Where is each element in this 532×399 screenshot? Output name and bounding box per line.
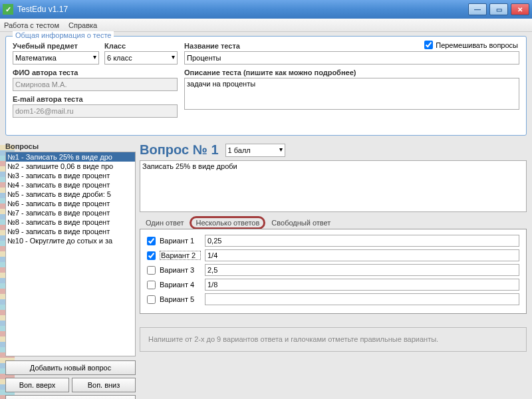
add-question-button[interactable]: Добавить новый вопрос — [5, 360, 136, 375]
test-desc-input[interactable] — [184, 78, 519, 110]
answer-row: Вариант 5 — [147, 293, 519, 305]
content-area: Общая информация о тесте Перемешивать во… — [0, 32, 532, 399]
shuffle-questions-checkbox[interactable]: Перемешивать вопросы — [424, 41, 518, 49]
email-input[interactable] — [13, 104, 178, 118]
answer-text-input[interactable] — [205, 293, 519, 305]
answer-row: Вариант 2 — [147, 249, 519, 261]
window-title: TestEdu v1.17 — [17, 5, 468, 14]
answer-label: Вариант 1 — [160, 237, 201, 245]
shuffle-label: Перемешивать вопросы — [436, 41, 518, 49]
hint-text: Напишите от 2-х до 9 вариантов ответа и … — [140, 327, 527, 352]
answer-text-input[interactable] — [205, 264, 519, 276]
subject-select[interactable] — [13, 51, 99, 65]
subject-label: Учебный предмет — [13, 42, 99, 50]
questions-panel-label: Вопросы — [5, 142, 136, 150]
question-text-input[interactable] — [140, 160, 527, 212]
author-input[interactable] — [13, 78, 178, 91]
question-list-item[interactable]: №10 - Округлите до сотых и за — [6, 236, 135, 245]
class-select[interactable] — [104, 51, 178, 65]
app-window: ✓ TestEdu v1.17 — ▭ ✕ Работа с тестом Сп… — [0, 0, 532, 399]
maximize-button[interactable]: ▭ — [489, 3, 508, 15]
answer-correct-checkbox[interactable] — [147, 251, 156, 260]
answer-text-input[interactable] — [205, 279, 519, 291]
question-list-item[interactable]: №5 - записать в виде дроби: 5 — [6, 190, 135, 199]
answer-label: Вариант 4 — [160, 281, 201, 289]
tab-single-answer[interactable]: Один ответ — [140, 216, 190, 229]
answer-text-input[interactable] — [205, 249, 519, 261]
close-button[interactable]: ✕ — [511, 3, 529, 15]
menubar: Работа с тестом Справка — [0, 19, 532, 32]
answer-type-tabs: Один ответ Несколько ответов Свободный о… — [140, 216, 527, 229]
class-label: Класс — [104, 42, 178, 50]
question-list-item[interactable]: №7 - записать в виде процент — [6, 208, 135, 217]
menu-help[interactable]: Справка — [68, 21, 97, 29]
menu-work-with-test[interactable]: Работа с тестом — [4, 21, 59, 29]
shuffle-checkbox-input[interactable] — [424, 41, 433, 49]
question-list-item[interactable]: №1 - Записать 25% в виде дро — [6, 152, 135, 162]
question-list-item[interactable]: №2 - запишите 0,06 в виде про — [6, 162, 135, 171]
question-header: Вопрос № 1 — [140, 142, 219, 158]
question-list-item[interactable]: №9 - записать в виде процент — [6, 227, 135, 236]
questions-list[interactable]: №1 - Записать 25% в виде дро№2 - запишит… — [5, 152, 136, 356]
answer-row: Вариант 4 — [147, 279, 519, 291]
app-icon: ✓ — [3, 4, 13, 15]
question-up-button[interactable]: Воп. вверх — [5, 378, 69, 392]
answer-correct-checkbox[interactable] — [147, 281, 156, 289]
test-desc-label: Описание теста (пишите как можно подробн… — [184, 68, 519, 76]
general-info-legend: Общая информация о тесте — [13, 31, 114, 39]
question-down-button[interactable]: Воп. вниз — [72, 378, 136, 392]
minimize-button[interactable]: — — [468, 3, 487, 15]
tab-free-answer[interactable]: Свободный ответ — [265, 216, 336, 229]
answer-correct-checkbox[interactable] — [147, 266, 156, 275]
points-select[interactable] — [225, 144, 285, 157]
general-info-panel: Общая информация о тесте Перемешивать во… — [5, 36, 527, 136]
question-list-item[interactable]: №8 - записать в виде процент — [6, 217, 135, 227]
answer-row: Вариант 3 — [147, 264, 519, 276]
question-list-item[interactable]: №3 - записать в виде процент — [6, 171, 135, 180]
test-title-input[interactable] — [184, 51, 519, 65]
delete-question-button[interactable]: Удалить вопрос №1 — [5, 395, 136, 399]
answers-panel: Вариант 1Вариант 2Вариант 3Вариант 4Вари… — [140, 229, 527, 314]
answer-row: Вариант 1 — [147, 235, 519, 247]
tab-multiple-answers[interactable]: Несколько ответов — [190, 216, 265, 229]
question-list-item[interactable]: №6 - записать в виде процент — [6, 199, 135, 208]
author-label: ФИО автора теста — [13, 68, 178, 76]
answer-correct-checkbox[interactable] — [147, 295, 156, 304]
window-controls: — ▭ ✕ — [468, 3, 529, 15]
question-list-item[interactable]: №4 - записать в виде процент — [6, 180, 135, 190]
answer-label: Вариант 2 — [160, 251, 201, 260]
answer-text-input[interactable] — [205, 235, 519, 247]
answer-correct-checkbox[interactable] — [147, 237, 156, 245]
email-label: E-mail автора теста — [13, 95, 178, 103]
answer-label: Вариант 3 — [160, 266, 201, 274]
answer-label: Вариант 5 — [160, 295, 201, 303]
titlebar: ✓ TestEdu v1.17 — ▭ ✕ — [0, 0, 532, 19]
